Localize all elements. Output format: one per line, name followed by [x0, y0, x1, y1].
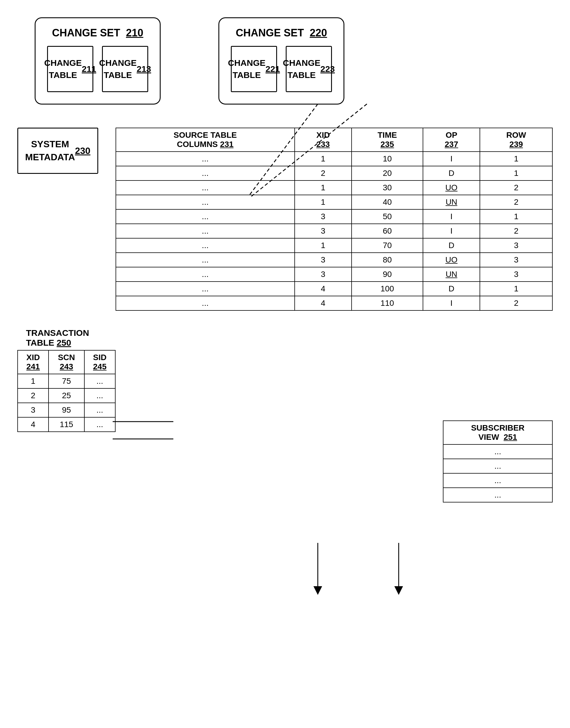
change-set-220-title-text: CHANGE SET — [236, 27, 304, 39]
table-row: ... — [443, 445, 552, 459]
txn-col-xid: XID241 — [18, 350, 48, 374]
table-row: 4 115 ... — [18, 417, 115, 432]
svg-marker-5 — [313, 586, 322, 595]
table-row: ... 2 20 D 1 — [116, 166, 552, 180]
cell-src: ... — [116, 238, 295, 253]
cell-time: 50 — [352, 209, 423, 224]
col-time: TIME235 — [352, 128, 423, 152]
table-header-row: SOURCE TABLECOLUMNS 231 XID233 TIME235 O… — [116, 128, 552, 152]
txn-cell-scn: 115 — [48, 417, 84, 432]
table-row: 1 75 ... — [18, 374, 115, 389]
cell-op: D — [423, 238, 480, 253]
cell-xid: 1 — [295, 195, 352, 209]
table-row: ... 1 70 D 3 — [116, 238, 552, 253]
subscriber-title: SUBSCRIBERVIEW 251 — [443, 421, 552, 445]
txn-cell-scn: 25 — [48, 389, 84, 403]
transaction-header-row: XID241 SCN243 SID245 — [18, 350, 115, 374]
diagram-container: CHANGE SET 210 CHANGETABLE211 CHANGETABL… — [0, 0, 570, 728]
cell-op: UN — [423, 267, 480, 281]
transaction-wrapper: TRANSACTIONTABLE 250 XID241 SCN243 SID24… — [17, 328, 115, 503]
cell-src: ... — [116, 195, 295, 209]
cell-time: 10 — [352, 152, 423, 166]
system-metadata-box: SYSTEMMETADATA 230 — [17, 128, 98, 174]
cell-time: 70 — [352, 238, 423, 253]
txn-cell-xid: 1 — [18, 374, 48, 389]
subscriber-cell: ... — [443, 488, 552, 502]
cell-op: I — [423, 209, 480, 224]
data-table-wrapper: SOURCE TABLECOLUMNS 231 XID233 TIME235 O… — [115, 128, 553, 311]
table-row: ... 3 50 I 1 — [116, 209, 552, 224]
cell-row: 1 — [480, 152, 552, 166]
transaction-table-body: 1 75 ... 2 25 ... 3 95 ... 4 115 ... — [18, 374, 115, 432]
table-row: ... — [443, 473, 552, 488]
cell-src: ... — [116, 180, 295, 195]
subscriber-cell: ... — [443, 459, 552, 473]
cell-row: 2 — [480, 180, 552, 195]
cell-row: 3 — [480, 267, 552, 281]
cell-xid: 3 — [295, 253, 352, 267]
cell-op: UO — [423, 253, 480, 267]
change-table-213: CHANGETABLE213 — [102, 46, 148, 92]
txn-cell-xid: 2 — [18, 389, 48, 403]
change-table-body: ... 1 10 I 1 ... 2 20 D 1 ... 1 30 UO 2 … — [116, 152, 552, 310]
cell-xid: 1 — [295, 238, 352, 253]
cell-src: ... — [116, 296, 295, 310]
cell-xid: 3 — [295, 224, 352, 238]
cell-src: ... — [116, 267, 295, 281]
txn-col-scn: SCN243 — [48, 350, 84, 374]
txn-cell-sid: ... — [84, 389, 115, 403]
txn-cell-scn: 75 — [48, 374, 84, 389]
change-set-220-title: CHANGE SET 220 — [231, 27, 332, 39]
subscriber-wrapper: SUBSCRIBERVIEW 251 ............ — [443, 421, 553, 503]
subscriber-header-row: SUBSCRIBERVIEW 251 — [443, 421, 552, 445]
change-set-220: CHANGE SET 220 CHANGETABLE221 CHANGETABL… — [218, 17, 344, 104]
table-row: ... 3 80 UO 3 — [116, 253, 552, 267]
change-table-211: CHANGETABLE211 — [47, 46, 93, 92]
cell-time: 100 — [352, 281, 423, 296]
col-source: SOURCE TABLECOLUMNS 231 — [116, 128, 295, 152]
cell-src: ... — [116, 152, 295, 166]
change-set-210: CHANGE SET 210 CHANGETABLE211 CHANGETABL… — [35, 17, 161, 104]
cell-op: I — [423, 296, 480, 310]
cell-time: 80 — [352, 253, 423, 267]
cell-time: 60 — [352, 224, 423, 238]
change-set-210-title: CHANGE SET 210 — [47, 27, 148, 39]
cell-time: 30 — [352, 180, 423, 195]
cell-xid: 4 — [295, 296, 352, 310]
change-set-group: CHANGE SET 210 CHANGETABLE211 CHANGETABL… — [35, 17, 553, 104]
txn-cell-scn: 95 — [48, 403, 84, 417]
change-set-210-number: 210 — [126, 27, 143, 39]
cell-op: I — [423, 224, 480, 238]
cell-xid: 3 — [295, 267, 352, 281]
txn-cell-sid: ... — [84, 417, 115, 432]
subscriber-cell: ... — [443, 445, 552, 459]
cell-row: 1 — [480, 209, 552, 224]
change-data-table: SOURCE TABLECOLUMNS 231 XID233 TIME235 O… — [115, 128, 553, 311]
change-set-220-number: 220 — [310, 27, 327, 39]
cell-op: I — [423, 152, 480, 166]
cell-op: UN — [423, 195, 480, 209]
col-op: OP237 — [423, 128, 480, 152]
cell-xid: 1 — [295, 180, 352, 195]
cell-time: 40 — [352, 195, 423, 209]
table-row: 3 95 ... — [18, 403, 115, 417]
cell-row: 1 — [480, 166, 552, 180]
cell-src: ... — [116, 253, 295, 267]
cell-op: D — [423, 281, 480, 296]
txn-col-sid: SID245 — [84, 350, 115, 374]
txn-cell-sid: ... — [84, 374, 115, 389]
cell-xid: 4 — [295, 281, 352, 296]
change-set-220-tables: CHANGETABLE221 CHANGETABLE223 — [231, 46, 332, 92]
cell-op: D — [423, 166, 480, 180]
cell-xid: 2 — [295, 166, 352, 180]
svg-marker-7 — [394, 586, 403, 595]
table-row: ... — [443, 488, 552, 502]
table-row: ... 4 100 D 1 — [116, 281, 552, 296]
change-set-210-tables: CHANGETABLE211 CHANGETABLE213 — [47, 46, 148, 92]
transaction-table: XID241 SCN243 SID245 1 75 ... 2 25 ... 3… — [17, 350, 115, 432]
cell-src: ... — [116, 166, 295, 180]
col-xid: XID233 — [295, 128, 352, 152]
transaction-label: TRANSACTIONTABLE 250 — [17, 328, 115, 348]
change-table-223: CHANGETABLE223 — [286, 46, 332, 92]
bottom-section: TRANSACTIONTABLE 250 XID241 SCN243 SID24… — [17, 328, 553, 503]
